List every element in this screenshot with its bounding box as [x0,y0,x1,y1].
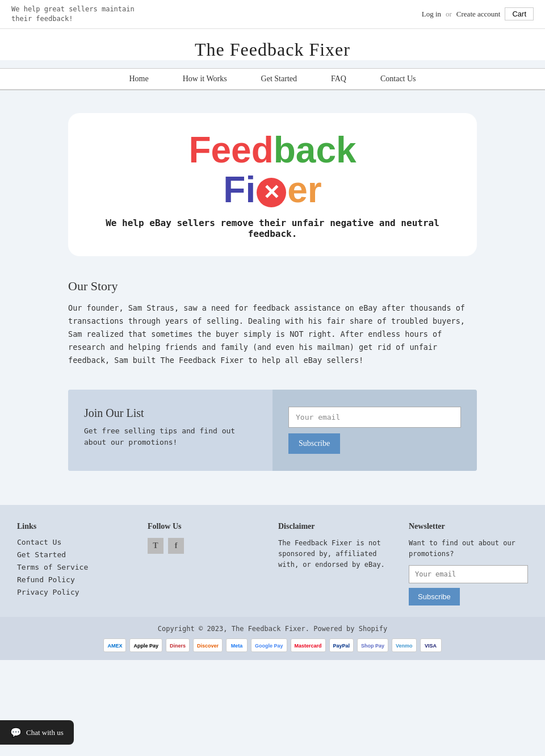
payment-icon-visa: VISA [420,638,442,652]
footer-bottom: Copyright © 2023, The Feedback Fixer. Po… [0,617,545,660]
payment-icons: AMEXApple PayDinersDiscoverMetaGoogle Pa… [11,638,534,652]
footer-newsletter-desc: Want to find out about our promotions? [409,538,528,559]
logo-x: ✕ [257,178,286,207]
payment-icon-discover: Discover [193,638,223,652]
payment-icon-diners: Diners [166,638,190,652]
tagline: We help great sellers maintain their fee… [11,5,136,24]
nav-item-home[interactable]: Home [112,69,165,89]
footer-link-refund-policy[interactable]: Refund Policy [17,575,75,584]
join-heading: Join Our List [84,407,257,420]
newsletter-subscribe-button[interactable]: Subscribe [409,588,460,605]
logo-er: er [287,169,322,210]
story-section: Our Story Our founder, Sam Straus, saw a… [68,273,477,378]
or-separator: or [446,10,452,19]
main-content: Feedback Fi✕er We help eBay sellers remo… [57,90,488,494]
story-body: Our founder, Sam Straus, saw a need for … [68,302,477,367]
site-title: The Feedback Fixer [0,39,545,60]
payment-icon-amex: AMEX [103,638,126,652]
join-left: Join Our List Get free selling tips and … [68,390,272,471]
story-heading: Our Story [68,279,477,294]
payment-icon-venmo: Venmo [392,638,417,652]
nav-item-how-it-works[interactable]: How it Works [166,69,244,89]
payment-icon-shop: Shop Pay [357,638,388,652]
footer-newsletter-col: Newsletter Want to find out about our pr… [409,522,528,605]
hero-box: Feedback Fi✕er We help eBay sellers remo… [68,113,477,257]
footer-disclaimer-col: Disclaimer The Feedback Fixer is not spo… [278,522,397,605]
twitter-icon[interactable]: T [148,538,164,554]
footer-links-list: Contact UsGet StartedTerms of ServiceRef… [17,538,136,597]
footer-link-get-started[interactable]: Get Started [17,550,66,559]
payment-icon-meta: Meta [226,638,248,652]
footer-follow-col: Follow Us Tf [148,522,267,605]
footer-link-privacy-policy[interactable]: Privacy Policy [17,588,79,596]
create-account-link[interactable]: Create account [456,10,501,19]
nav-item-contact-us[interactable]: Contact Us [363,69,433,89]
copyright-text: Copyright © 2023, The Feedback Fixer. Po… [11,625,534,633]
top-bar: We help great sellers maintain their fee… [0,0,545,29]
join-description: Get free selling tips and find out about… [84,425,257,448]
top-bar-right: Log in or Create account Cart [422,7,534,20]
footer-follow-heading: Follow Us [148,522,267,531]
hero-tagline: We help eBay sellers remove their unfair… [91,218,454,239]
payment-icon-apple: Apple Pay [129,638,162,652]
nav-item-faq[interactable]: FAQ [314,69,363,89]
nav-item-get-started[interactable]: Get Started [244,69,314,89]
footer-newsletter-heading: Newsletter [409,522,528,531]
facebook-icon[interactable]: f [168,538,184,554]
join-right: Subscribe [272,390,477,471]
hero-logo-line1: Feedback [91,130,454,170]
social-icons: Tf [148,538,267,554]
hero-logo-line2: Fi✕er [91,170,454,210]
payment-icon-paypal: PayPal [329,638,354,652]
footer: Links Contact UsGet StartedTerms of Serv… [0,505,545,660]
newsletter-email-input[interactable] [409,565,528,583]
footer-disclaimer-heading: Disclaimer [278,522,397,531]
logo-back: back [274,130,357,170]
hero-logo: Feedback Fi✕er [91,130,454,210]
payment-icon-google: Google Pay [251,638,287,652]
footer-link-terms-of-service[interactable]: Terms of Service [17,563,88,571]
payment-icon-master: Mastercard [291,638,326,652]
footer-links-heading: Links [17,522,136,531]
join-section: Join Our List Get free selling tips and … [68,390,477,471]
cart-button[interactable]: Cart [505,7,534,20]
nav-list: HomeHow it WorksGet StartedFAQContact Us [0,69,545,89]
login-link[interactable]: Log in [422,10,441,19]
footer-main: Links Contact UsGet StartedTerms of Serv… [6,505,539,617]
footer-links-col: Links Contact UsGet StartedTerms of Serv… [17,522,136,605]
join-subscribe-button[interactable]: Subscribe [288,433,340,454]
join-email-input[interactable] [288,407,461,428]
logo-fi: Fi [223,169,255,210]
site-header: The Feedback Fixer [0,29,545,60]
footer-link-contact-us[interactable]: Contact Us [17,538,61,546]
footer-disclaimer-text: The Feedback Fixer is not sponsored by, … [278,538,397,571]
logo-feed: Feed [188,130,273,170]
navigation: HomeHow it WorksGet StartedFAQContact Us [0,68,545,90]
